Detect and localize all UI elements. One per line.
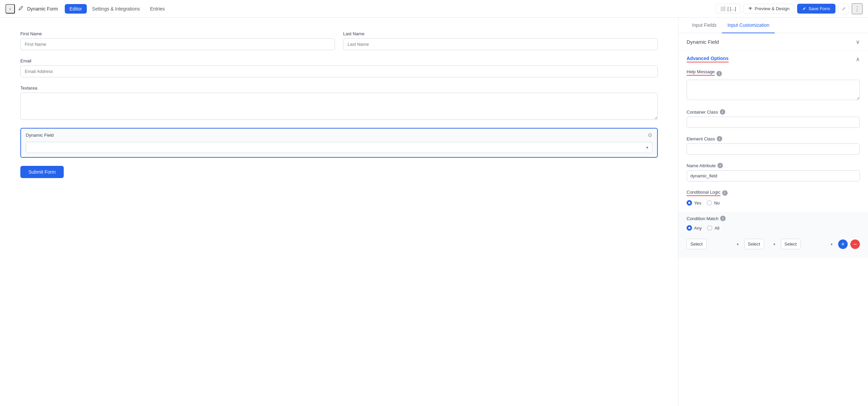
- conditional-logic-yes-radio[interactable]: [687, 200, 692, 206]
- condition-select2-wrap: Select: [744, 239, 778, 249]
- condition-match-radio-group: Any All: [687, 224, 860, 232]
- condition-match-header: Condition Match i: [678, 212, 868, 224]
- tab-editor[interactable]: Editor: [65, 4, 87, 14]
- conditional-logic-field: Conditional Logic i Yes No: [678, 186, 868, 212]
- condition-select3[interactable]: Select: [781, 239, 801, 249]
- condition-match-info-icon: i: [720, 216, 726, 221]
- email-input[interactable]: [20, 65, 658, 77]
- name-attribute-field: Name Attribute i: [678, 159, 868, 186]
- dynamic-field-select-wrap: [21, 142, 657, 157]
- email-label: Email: [20, 58, 658, 63]
- dynamic-field-header: Dynamic Field ⚙: [21, 129, 657, 142]
- last-name-input[interactable]: [343, 38, 658, 50]
- dynamic-field-settings-icon[interactable]: ⚙: [648, 132, 652, 138]
- help-message-textarea[interactable]: [687, 80, 860, 100]
- dynamic-field-block: Dynamic Field ⚙: [20, 128, 658, 158]
- container-class-field: Container Class i: [678, 106, 868, 133]
- name-attribute-label: Name Attribute: [687, 163, 716, 168]
- textarea-label: Textarea: [20, 85, 658, 91]
- help-message-field: Help Message i: [678, 66, 868, 106]
- conditional-logic-no-option[interactable]: No: [707, 200, 720, 206]
- textarea-input[interactable]: [20, 93, 658, 120]
- textarea-row: Textarea: [20, 85, 658, 120]
- conditional-logic-yes-option[interactable]: Yes: [687, 200, 701, 206]
- copy-label: [ [...]: [728, 6, 736, 11]
- condition-match-all-option[interactable]: All: [707, 225, 719, 231]
- conditional-logic-no-radio[interactable]: [707, 200, 712, 206]
- copy-button[interactable]: ⬜ [ [...]: [716, 4, 741, 14]
- submit-button[interactable]: Submit Form: [20, 166, 64, 178]
- tab-entries[interactable]: Entries: [145, 4, 170, 14]
- advanced-options-chevron-icon[interactable]: ∧: [856, 56, 860, 62]
- condition-match-all-label: All: [714, 226, 719, 231]
- last-name-label: Last Name: [343, 31, 658, 36]
- first-name-group: First Name: [20, 31, 335, 50]
- condition-select3-wrap: Select: [781, 239, 836, 249]
- condition-match-all-radio[interactable]: [707, 225, 712, 231]
- save-button[interactable]: ✔ Save Form: [797, 4, 835, 14]
- add-condition-button[interactable]: +: [838, 239, 848, 249]
- more-button[interactable]: ⋮: [852, 3, 863, 14]
- back-button[interactable]: ‹: [5, 4, 15, 14]
- panel-content: Dynamic Field ∨ Advanced Options ∧ Help …: [678, 33, 868, 406]
- first-name-label: First Name: [20, 31, 335, 36]
- conditional-logic-radio-group: Yes No: [687, 199, 860, 207]
- email-row: Email: [20, 58, 658, 77]
- tab-settings[interactable]: Settings & Integrations: [87, 4, 145, 14]
- conditional-logic-info-icon: i: [722, 190, 728, 196]
- nav-tabs: Editor Settings & Integrations Entries: [65, 4, 713, 14]
- tab-input-customization[interactable]: Input Customization: [722, 18, 775, 33]
- container-class-label: Container Class: [687, 110, 718, 115]
- element-class-info-icon: i: [717, 136, 722, 141]
- container-class-info-icon: i: [720, 109, 725, 115]
- condition-match-any-label: Any: [694, 226, 702, 231]
- right-panel: Input Fields Input Customization Dynamic…: [678, 18, 868, 406]
- eye-icon: 👁: [748, 6, 753, 11]
- top-nav: ‹ Dynamic Form Editor Settings & Integra…: [0, 0, 868, 18]
- dynamic-field-select[interactable]: [26, 142, 652, 153]
- conditional-logic-label: Conditional Logic: [687, 190, 721, 196]
- name-attribute-input[interactable]: [687, 170, 860, 181]
- advanced-options-bar: Advanced Options ∧: [678, 51, 868, 66]
- copy-icon: ⬜: [720, 6, 726, 11]
- condition-match-any-radio[interactable]: [687, 225, 692, 231]
- remove-condition-button[interactable]: −: [850, 239, 860, 249]
- dynamic-field-label: Dynamic Field: [26, 133, 54, 138]
- app-icon: [18, 5, 24, 12]
- form-area: First Name Last Name Email Textarea: [0, 18, 678, 406]
- help-message-info-icon: i: [716, 71, 722, 76]
- main-layout: First Name Last Name Email Textarea: [0, 18, 868, 406]
- panel-section-title: Dynamic Field: [687, 39, 719, 45]
- nav-actions: ⬜ [ [...] 👁 Preview & Design ✔ Save Form…: [716, 3, 863, 14]
- last-name-group: Last Name: [343, 31, 658, 50]
- condition-match-area: Condition Match i Any All: [678, 212, 868, 258]
- advanced-options-label: Advanced Options: [687, 56, 729, 62]
- preview-button[interactable]: 👁 Preview & Design: [743, 4, 795, 14]
- name-row: First Name Last Name: [20, 31, 658, 50]
- textarea-group: Textarea: [20, 85, 658, 120]
- panel-section-header: Dynamic Field ∨: [678, 33, 868, 51]
- conditional-logic-yes-label: Yes: [694, 200, 701, 206]
- save-label: Save Form: [808, 6, 830, 11]
- dynamic-field-select-wrapper: [26, 142, 652, 153]
- email-group: Email: [20, 58, 658, 77]
- condition-match-radio-group-wrap: Any All: [678, 224, 868, 235]
- container-class-input[interactable]: [687, 117, 860, 128]
- section-chevron-icon[interactable]: ∨: [856, 39, 860, 45]
- condition-select2[interactable]: Select: [744, 239, 764, 249]
- condition-select1[interactable]: Select: [687, 239, 707, 249]
- condition-row: Select Select Select + −: [678, 235, 868, 253]
- expand-button[interactable]: ⤢: [838, 3, 849, 14]
- check-icon: ✔: [803, 6, 806, 11]
- first-name-input[interactable]: [20, 38, 335, 50]
- condition-match-label: Condition Match: [687, 216, 718, 221]
- element-class-input[interactable]: [687, 143, 860, 155]
- form-title: Dynamic Form: [27, 6, 58, 12]
- element-class-field: Element Class i: [678, 133, 868, 159]
- preview-label: Preview & Design: [755, 6, 790, 11]
- condition-match-any-option[interactable]: Any: [687, 225, 702, 231]
- more-icon: ⋮: [854, 5, 860, 13]
- name-attribute-info-icon: i: [717, 163, 723, 168]
- tab-input-fields[interactable]: Input Fields: [687, 18, 722, 33]
- help-message-label: Help Message: [687, 69, 715, 76]
